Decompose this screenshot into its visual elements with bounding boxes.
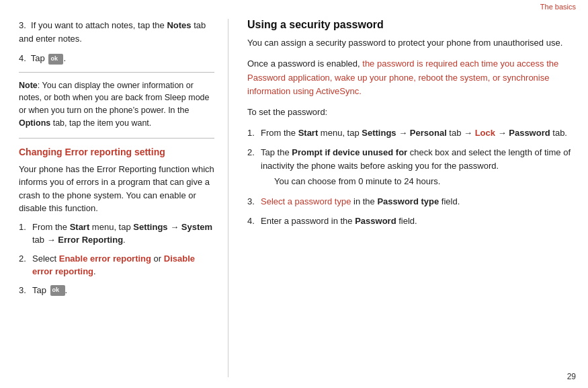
step-num: 2. bbox=[247, 146, 261, 159]
step-content: Select a password type in the Password t… bbox=[261, 195, 460, 208]
bold-lock: Lock bbox=[475, 128, 495, 138]
step-content: From the Start menu, tap Settings → Pers… bbox=[261, 126, 567, 140]
list-item: 2. Select Enable error reporting or Disa… bbox=[19, 252, 214, 278]
right-steps-list: 1. From the Start menu, tap Settings → P… bbox=[247, 126, 575, 228]
list-item: 3. Tap . bbox=[19, 284, 214, 297]
step4-text: Tap bbox=[31, 53, 48, 63]
bold-error: Error Reporting bbox=[58, 235, 123, 245]
divider-2 bbox=[19, 138, 214, 139]
step-content: Select Enable error reporting or Disable… bbox=[32, 252, 214, 278]
ok-button-1[interactable] bbox=[48, 54, 63, 65]
step-content: From the Start menu, tap Settings → Syst… bbox=[32, 221, 214, 247]
step-num: 3. bbox=[247, 195, 261, 208]
note-bold: Options bbox=[19, 118, 50, 128]
note-block: Note: You can display the owner informat… bbox=[19, 79, 214, 130]
list-item: 1. From the Start menu, tap Settings → S… bbox=[19, 221, 214, 247]
bold-settings: Settings bbox=[133, 222, 167, 232]
step-num: 3. bbox=[19, 284, 32, 297]
bold-start-r: Start bbox=[298, 128, 319, 138]
right-column: Using a security password You can assign… bbox=[228, 19, 588, 377]
step3-num: 3. bbox=[19, 20, 28, 30]
left-section-heading: Changing Error reporting setting bbox=[19, 147, 214, 157]
bold-pw: Password bbox=[355, 216, 396, 226]
step3-bold: Notes bbox=[167, 20, 191, 30]
left-column: 3. If you want to attach notes, tap the … bbox=[0, 19, 228, 377]
step3-text: If you want to attach notes, tap the bbox=[31, 20, 167, 30]
columns: 3. If you want to attach notes, tap the … bbox=[0, 19, 588, 377]
ok-button-2[interactable] bbox=[50, 285, 65, 296]
right-para1: You can assign a security password to pr… bbox=[247, 36, 575, 50]
header-title: The basics bbox=[540, 3, 576, 11]
list-item: 3. Select a password type in the Passwor… bbox=[247, 195, 575, 208]
page-header: The basics bbox=[540, 3, 576, 11]
left-step-4: 4. Tap . bbox=[19, 52, 214, 65]
bold-enable: Enable error reporting bbox=[59, 254, 151, 264]
left-steps-list: 1. From the Start menu, tap Settings → S… bbox=[19, 221, 214, 297]
note-text: : You can display the owner information … bbox=[19, 81, 210, 116]
bold-personal: Personal bbox=[410, 128, 447, 138]
bold-prompt: Prompt if device unused for bbox=[292, 147, 407, 157]
divider-1 bbox=[19, 72, 214, 73]
bold-pwtype: Password type bbox=[377, 196, 439, 206]
list-item: 4. Enter a password in the Password fiel… bbox=[247, 215, 575, 228]
left-section-body: Your phone has the Error Reporting funct… bbox=[19, 163, 214, 215]
list-item: 2. Tap the Prompt if device unused for c… bbox=[247, 146, 575, 188]
sub-note: You can choose from 0 minute to 24 hours… bbox=[274, 175, 575, 188]
step4-num: 4. bbox=[19, 53, 28, 63]
red-select: Select a password type bbox=[261, 196, 351, 206]
para2-before: Once a password is enabled, bbox=[247, 59, 362, 69]
bold-password: Password bbox=[509, 128, 550, 138]
left-step-3: 3. If you want to attach notes, tap the … bbox=[19, 19, 214, 45]
step-num: 2. bbox=[19, 252, 32, 266]
bold-settings-r: Settings bbox=[362, 128, 396, 138]
step-content: Tap . bbox=[32, 284, 67, 297]
step-num: 1. bbox=[247, 126, 261, 140]
arrow1: → bbox=[168, 222, 181, 232]
step-content: Tap the Prompt if device unused for chec… bbox=[261, 146, 575, 188]
note-text2: tab, tap the item you want. bbox=[50, 118, 151, 128]
right-para2: Once a password is enabled, the password… bbox=[247, 57, 575, 99]
page-container: The basics 3. If you want to attach note… bbox=[0, 0, 588, 388]
note-label: Note bbox=[19, 81, 38, 90]
right-para3: To set the password: bbox=[247, 106, 575, 120]
step-num: 4. bbox=[247, 215, 261, 228]
bold-system: System bbox=[181, 222, 212, 232]
page-number: 29 bbox=[567, 372, 576, 381]
step-num: 1. bbox=[19, 221, 32, 234]
bold-start: Start bbox=[70, 222, 90, 232]
list-item: 1. From the Start menu, tap Settings → P… bbox=[247, 126, 575, 140]
step-content: Enter a password in the Password field. bbox=[261, 215, 417, 228]
right-section-heading: Using a security password bbox=[247, 19, 575, 31]
